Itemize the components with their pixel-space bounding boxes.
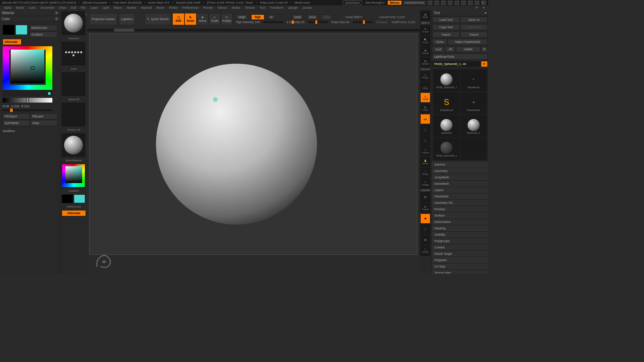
mini-color-picker[interactable] <box>62 164 85 187</box>
switchcolor-button[interactable]: SwitchColor <box>30 25 57 31</box>
alternate-button-2[interactable]: Alternate <box>62 210 86 216</box>
goz-button[interactable]: GoZ <box>432 46 444 52</box>
acc-polygroups[interactable]: Polygroups <box>432 238 488 244</box>
floor-button[interactable]: ▁Floor <box>420 82 430 92</box>
zsub-button[interactable]: Zsub <box>307 14 318 20</box>
drawsize-slider[interactable]: Draw Size 64 <box>331 20 350 24</box>
tool-thumb-eraserbrush[interactable]: ◉EraserBrush <box>461 93 487 114</box>
acc-texturemap[interactable]: Texture Map <box>432 270 488 274</box>
tool-header[interactable]: Tool <box>434 11 440 15</box>
rgbintensity-slider[interactable]: Rgb Intensity 100 <box>236 20 260 24</box>
transp-button[interactable]: ◐Transp <box>420 203 430 213</box>
m-button[interactable]: M <box>268 14 275 20</box>
save-as-button[interactable]: Save As <box>461 17 488 23</box>
load-tool-button[interactable]: Load Tool <box>432 17 460 23</box>
acc-subtool[interactable]: SubTool <box>432 162 488 168</box>
acc-geometry[interactable]: Geometry <box>432 168 488 174</box>
alternate-button[interactable]: Alternate <box>3 39 21 45</box>
tool-thumb-current[interactable]: PM3D_Sphere3D_1 <box>434 70 460 91</box>
current-tool-name[interactable]: PM3D_Sphere3D_1. 49 <box>432 61 480 67</box>
r-slider[interactable] <box>3 109 52 111</box>
clone-button[interactable]: Clone <box>432 39 447 45</box>
draw-mode-button[interactable]: ✎Draw <box>184 13 197 25</box>
copy-tool-button[interactable]: Copy Tool <box>432 24 460 30</box>
goz-visible-button[interactable]: Visible <box>456 46 480 52</box>
mini-secondary-swatch[interactable] <box>62 194 73 203</box>
syspalette-button[interactable]: SysPalette <box>3 120 30 126</box>
clear-button[interactable]: Clear <box>31 120 58 126</box>
quicksave-button[interactable]: QuickSave <box>343 0 362 5</box>
acc-nanomesh[interactable]: NanoMesh <box>432 181 488 187</box>
menu-material[interactable]: Material <box>139 6 153 9</box>
menu-movie[interactable]: Movie <box>155 6 166 9</box>
persp-button[interactable]: ◫Persp <box>420 71 430 81</box>
texture-tile[interactable] <box>62 103 85 126</box>
tool-thumb-sphere3d[interactable]: Sphere3D <box>434 115 460 137</box>
default-script[interactable]: DefaultZScript <box>403 1 426 5</box>
lightbox-button[interactable]: LightBox <box>119 13 135 25</box>
rotate-mode-button[interactable]: ↻Rotate <box>221 13 233 25</box>
menu-stroke[interactable]: Stroke <box>230 6 242 9</box>
menu-alpha[interactable]: Alpha <box>2 6 13 9</box>
menu-zscript[interactable]: Zscript <box>301 6 314 9</box>
mini-primary-swatch[interactable] <box>74 194 85 203</box>
focalshift-label[interactable]: Focal Shift 0 <box>345 15 362 19</box>
menu-stencil[interactable]: Stencil <box>216 6 228 9</box>
local-button[interactable]: ◎Local <box>420 93 430 103</box>
scale-nav-button[interactable]: ⤢Scale <box>420 168 430 178</box>
acc-preview[interactable]: Preview <box>432 206 488 213</box>
acc-visibility[interactable]: Visibility <box>432 232 488 238</box>
goz-all-button[interactable]: All <box>445 46 455 52</box>
axis-button[interactable]: ◯ <box>420 125 430 135</box>
menu-layer[interactable]: Layer <box>89 6 100 9</box>
acc-masking[interactable]: Masking <box>432 225 488 232</box>
window-icon[interactable] <box>428 1 432 5</box>
modifiers-header[interactable]: Modifiers <box>3 128 57 134</box>
window-icon[interactable] <box>441 1 446 5</box>
quicksketch-button[interactable]: ✎Quick Sketch <box>145 13 171 25</box>
bpr-button[interactable]: ▦BPR <box>420 11 430 21</box>
tool-thumb-pm3d[interactable]: PM3D_Sphere3D_1 <box>434 138 460 160</box>
menu-color[interactable]: Color <box>27 6 38 9</box>
acc-fibermesh[interactable]: FiberMesh <box>432 193 488 200</box>
tool-r-button[interactable]: R <box>481 61 488 67</box>
viewport-canvas[interactable] <box>89 34 417 255</box>
menu-macro[interactable]: Macro <box>112 6 124 9</box>
make-polymesh-button[interactable]: Make PolyMesh3D <box>448 39 488 45</box>
window-icon[interactable] <box>448 1 452 5</box>
menu-marker[interactable]: Marker <box>125 6 138 9</box>
projection-master-button[interactable]: Projection Master <box>89 13 117 25</box>
menu-tool[interactable]: Tool <box>258 6 267 9</box>
paste-tool-button[interactable]: Paste Tool <box>461 24 488 30</box>
scale-mode-button[interactable]: ⤢Scale <box>209 13 221 25</box>
menu-zplugin[interactable]: Zplugin <box>286 6 300 9</box>
primary-color-swatch[interactable] <box>15 25 28 35</box>
acc-contact[interactable]: Contact <box>432 244 488 251</box>
tool-thumb-sphere3d-1[interactable]: Sphere3D_1 <box>461 115 487 137</box>
menu-picker[interactable]: Picker <box>167 6 179 9</box>
gradient-button[interactable]: Gradient <box>30 32 57 38</box>
brush-tile[interactable] <box>62 11 85 35</box>
zoom-button[interactable]: 🔍Zoom <box>420 36 430 46</box>
acc-morphtarget[interactable]: Morph Target <box>432 251 488 257</box>
menu-document[interactable]: Document <box>39 6 56 9</box>
grayscale-slider[interactable] <box>3 98 52 103</box>
rgb-button[interactable]: Rgb <box>251 14 265 20</box>
acc-deformation[interactable]: Deformation <box>432 219 488 225</box>
color-header[interactable]: Color <box>2 17 10 21</box>
collapse-icon[interactable]: ▾ <box>485 11 486 15</box>
window-icon[interactable] <box>461 1 466 5</box>
move-mode-button[interactable]: ✥Move <box>197 13 209 25</box>
scroll-button[interactable]: ✥Scroll <box>420 25 430 35</box>
rotate-nav-button[interactable]: ↻Rotate <box>420 178 430 188</box>
window-icon[interactable] <box>475 1 479 5</box>
menu-light[interactable]: Light <box>101 6 111 9</box>
stroke-tile[interactable] <box>62 42 85 65</box>
export-button[interactable]: Export <box>461 32 488 38</box>
move-nav-button[interactable]: ✋Move <box>420 157 430 167</box>
xyz-button[interactable]: xyz <box>420 114 430 124</box>
window-icon[interactable] <box>434 1 439 5</box>
canvas-scrollbar[interactable] <box>87 29 419 32</box>
acc-surface[interactable]: Surface <box>432 213 488 219</box>
solo-button[interactable]: ▣ <box>420 214 430 224</box>
